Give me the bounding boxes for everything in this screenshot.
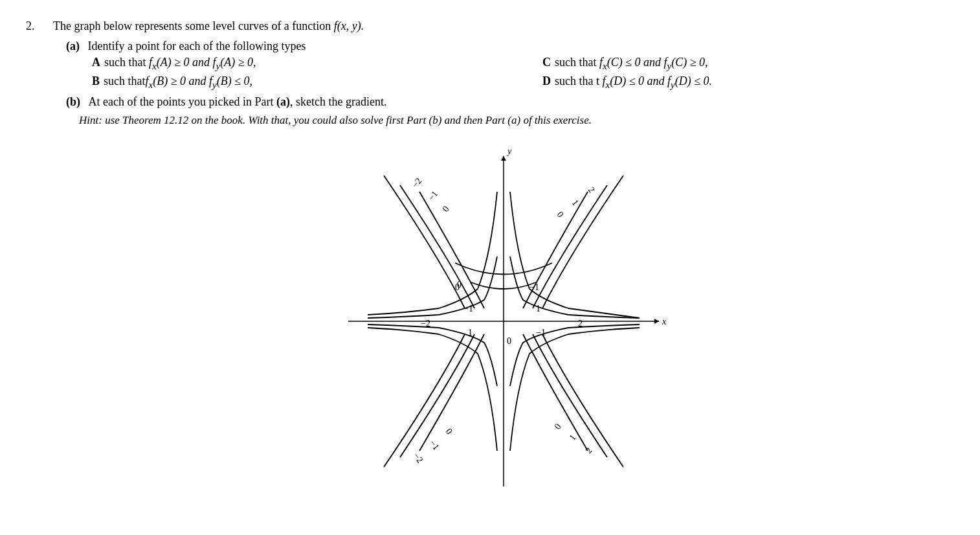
label-lower-right-1: 1 bbox=[568, 433, 578, 442]
lower-right-curves bbox=[523, 334, 623, 467]
x-axis-label: x bbox=[662, 317, 667, 326]
label-upper-right-0: 0 bbox=[555, 210, 566, 220]
label-right-neg1: −1 bbox=[536, 328, 546, 337]
item-d: D such tha t fx(D) ≤ 0 and fy(D) ≤ 0. bbox=[542, 74, 954, 91]
item-b-text: such thatfx(B) ≥ 0 and fy(B) ≤ 0, bbox=[104, 74, 252, 91]
label-upper-left-n1: −1 bbox=[427, 189, 440, 203]
item-a: A such that fx(A) ≥ 0 and fy(A) ≥ 0, bbox=[92, 56, 504, 72]
item-b: B such thatfx(B) ≥ 0 and fy(B) ≤ 0, bbox=[92, 74, 504, 91]
item-d-label: D bbox=[542, 74, 551, 88]
label-lower-left-n1: −1 bbox=[428, 438, 441, 452]
part-a-text: Identify a point for each of the followi… bbox=[88, 40, 306, 52]
label-lower-right-0: 0 bbox=[553, 422, 563, 431]
y-axis-label: y bbox=[506, 146, 512, 156]
item-c: C such that fx(C) ≤ 0 and fy(C) ≥ 0, bbox=[542, 56, 954, 72]
svg-marker-3 bbox=[501, 156, 506, 161]
svg-marker-2 bbox=[654, 319, 659, 324]
item-c-label: C bbox=[542, 56, 551, 69]
part-a: (a) Identify a point for each of the fol… bbox=[66, 40, 954, 90]
label-left-neg1: −1 bbox=[463, 304, 473, 313]
label-upper-right-2: 2 bbox=[586, 185, 597, 195]
label-center-bottom-0: 0 bbox=[507, 336, 511, 346]
level-curves-graph: x y bbox=[335, 146, 672, 496]
label-left-horiz-2: −2 bbox=[421, 319, 430, 328]
function-text: f(x, y). bbox=[334, 19, 364, 32]
part-a-label: (a) bbox=[66, 40, 80, 52]
hint-text: Hint: use Theorem 12.12 on the book. Wit… bbox=[79, 114, 954, 127]
item-a-label: A bbox=[92, 56, 100, 69]
label-lower-left-0: 0 bbox=[444, 427, 454, 437]
part-b-label: (b) bbox=[66, 95, 80, 108]
graph-container: x y bbox=[53, 146, 954, 496]
label-lower-right-2: 2 bbox=[584, 446, 594, 455]
label-upper-left-n2: −2 bbox=[410, 176, 424, 190]
item-a-text: such that fx(A) ≥ 0 and fy(A) ≥ 0, bbox=[104, 56, 256, 72]
label-upper-inner-neg1: −1 bbox=[529, 282, 539, 292]
label-lower-left-n2: −2 bbox=[412, 451, 425, 465]
intro-text: The graph below represents some level cu… bbox=[53, 19, 334, 32]
part-b-text: At each of the points you picked in Part… bbox=[89, 95, 387, 108]
problem-content: The graph below represents some level cu… bbox=[53, 19, 954, 496]
label-right-horiz-2: 2 bbox=[578, 319, 583, 328]
items-grid: A such that fx(A) ≥ 0 and fy(A) ≥ 0, C s… bbox=[92, 56, 954, 90]
label-upper-left-0: 0 bbox=[441, 204, 451, 214]
item-b-label: B bbox=[92, 74, 100, 88]
label-right-1: 1 bbox=[536, 304, 540, 313]
label-tl-zero: 0 bbox=[457, 280, 462, 290]
label-left-1: 1 bbox=[468, 328, 473, 337]
item-d-text: such tha t fx(D) ≤ 0 and fy(D) ≤ 0. bbox=[555, 74, 712, 91]
problem-container: 2. The graph below represents some level… bbox=[26, 19, 954, 496]
intro-line: The graph below represents some level cu… bbox=[53, 19, 954, 33]
part-b: (b) At each of the points you picked in … bbox=[66, 95, 954, 109]
problem-number: 2. bbox=[26, 19, 45, 496]
item-c-text: such that fx(C) ≤ 0 and fy(C) ≥ 0, bbox=[555, 56, 708, 72]
